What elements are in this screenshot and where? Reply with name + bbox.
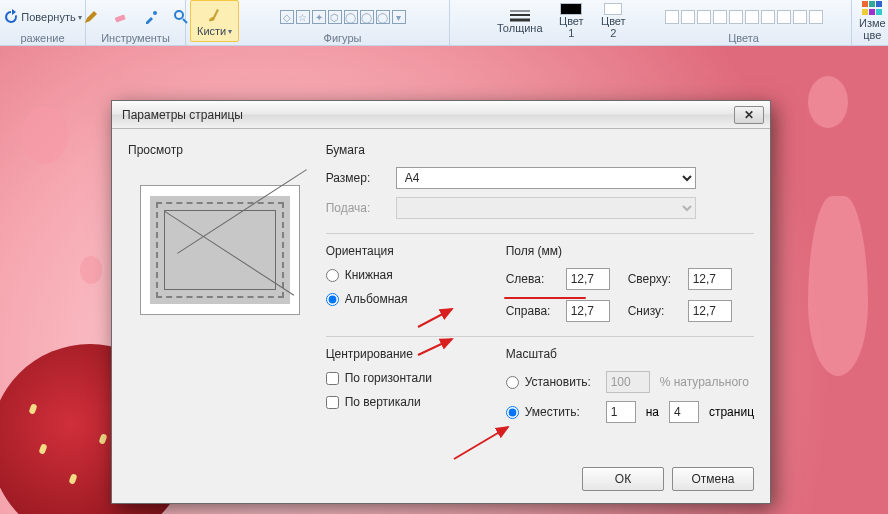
color-swatch[interactable]: [777, 10, 791, 24]
svg-point-2: [175, 11, 183, 19]
ok-button[interactable]: ОК: [582, 467, 664, 491]
orientation-title: Ориентация: [326, 244, 476, 258]
brushes-button[interactable]: Кисти ▾: [190, 0, 239, 42]
shape-thought-icon: ◯: [376, 10, 390, 24]
size-label: Размер:: [326, 171, 386, 185]
rotate-label: Повернуть: [21, 11, 75, 23]
scale-fit-h-input[interactable]: [669, 401, 699, 423]
dialog-title: Параметры страницы: [122, 108, 243, 122]
rotate-button[interactable]: Повернуть ▾: [0, 6, 87, 28]
feed-label: Подача:: [326, 201, 386, 215]
paper-feed-select: [396, 197, 696, 219]
thickness-button[interactable]: Толщина: [490, 0, 550, 42]
ribbon-group-image-label: ражение: [20, 32, 64, 44]
color2-button[interactable]: Цвет 2: [594, 0, 633, 42]
margin-top-label: Сверху:: [628, 272, 678, 286]
page-setup-dialog: Параметры страницы ✕ Просмотр Бумага Раз…: [111, 100, 771, 504]
palette-icon: [862, 1, 882, 17]
ribbon-group-tools-label: Инструменты: [101, 32, 170, 44]
eraser-icon: [113, 9, 129, 25]
color1-swatch: [560, 3, 582, 15]
shapes-gallery[interactable]: ◇ ☆ ✦ ⬡ ◯ ◯ ◯ ▾: [280, 10, 406, 24]
color-swatch[interactable]: [713, 10, 727, 24]
scale-title: Масштаб: [506, 347, 754, 361]
scale-fit-w-input[interactable]: [606, 401, 636, 423]
pencil-tool[interactable]: [78, 6, 104, 28]
scale-fit-sep: на: [646, 405, 659, 419]
color-swatch[interactable]: [697, 10, 711, 24]
orientation-portrait[interactable]: Книжная: [326, 268, 476, 282]
rotate-icon: [3, 9, 19, 25]
margin-bottom-label: Снизу:: [628, 304, 678, 318]
color-swatch[interactable]: [745, 10, 759, 24]
margin-right-input[interactable]: [566, 300, 610, 322]
svg-point-1: [153, 11, 157, 15]
center-horizontal[interactable]: По горизонтали: [326, 371, 476, 385]
svg-rect-0: [114, 14, 125, 22]
cancel-button[interactable]: Отмена: [672, 467, 754, 491]
color-swatch[interactable]: [665, 10, 679, 24]
svg-rect-9: [876, 1, 882, 7]
svg-rect-11: [869, 9, 875, 15]
margins-grid: Слева: Сверху: Справа: Снизу:: [506, 268, 740, 322]
margin-top-input[interactable]: [688, 268, 732, 290]
color-swatch[interactable]: [681, 10, 695, 24]
svg-rect-10: [862, 9, 868, 15]
scale-set-radio[interactable]: Установить:: [506, 375, 596, 389]
color-palette[interactable]: [665, 10, 823, 24]
paper-size-select[interactable]: A4: [396, 167, 696, 189]
brushes-label: Кисти: [197, 25, 226, 37]
margin-left-input[interactable]: [566, 268, 610, 290]
shape-star6-icon: ✦: [312, 10, 326, 24]
preview-title: Просмотр: [128, 143, 310, 157]
edit-colors-label: Изме цве: [859, 17, 886, 41]
eraser-tool[interactable]: [108, 6, 134, 28]
thickness-icon: [509, 8, 531, 22]
margin-bottom-input[interactable]: [688, 300, 732, 322]
svg-rect-7: [862, 1, 868, 7]
margins-title: Поля (мм): [506, 244, 740, 258]
brush-icon: [205, 5, 225, 25]
ribbon-group-image: Повернуть ▾ ражение: [0, 0, 86, 46]
color-swatch[interactable]: [793, 10, 807, 24]
ribbon: Повернуть ▾ ражение Инструменты Кисти ▾ …: [0, 0, 888, 46]
page-preview: [140, 185, 300, 315]
scale-set-suffix: % натурального: [660, 375, 749, 389]
chevron-down-icon: ▾: [228, 27, 232, 36]
edit-colors-button[interactable]: Изме цве: [852, 0, 888, 42]
dialog-titlebar[interactable]: Параметры страницы ✕: [112, 101, 770, 129]
svg-rect-12: [876, 9, 882, 15]
paper-title: Бумага: [326, 143, 754, 157]
scale-fit-radio[interactable]: Уместить:: [506, 405, 596, 419]
close-icon: ✕: [744, 108, 754, 122]
color1-label: Цвет 1: [559, 15, 584, 39]
pencil-icon: [83, 9, 99, 25]
eyedrop-icon: [143, 9, 159, 25]
color-swatch[interactable]: [809, 10, 823, 24]
annotation-underline: [504, 297, 586, 299]
picker-tool[interactable]: [138, 6, 164, 28]
svg-rect-8: [869, 1, 875, 7]
color2-swatch: [604, 3, 622, 15]
center-vertical[interactable]: По вертикали: [326, 395, 476, 409]
zoom-icon: [173, 9, 189, 25]
margin-left-label: Слева:: [506, 272, 556, 286]
ribbon-group-tools: Инструменты: [86, 0, 186, 46]
color-swatch[interactable]: [729, 10, 743, 24]
close-button[interactable]: ✕: [734, 106, 764, 124]
margin-right-label: Справа:: [506, 304, 556, 318]
shape-speech-icon: ◯: [344, 10, 358, 24]
color-swatch[interactable]: [761, 10, 775, 24]
orientation-landscape[interactable]: Альбомная: [326, 292, 476, 306]
ribbon-group-shapes: ◇ ☆ ✦ ⬡ ◯ ◯ ◯ ▾ Фигуры: [236, 0, 450, 46]
ribbon-group-colors-label: Цвета: [728, 32, 759, 44]
canvas-workspace: Параметры страницы ✕ Просмотр Бумага Раз…: [0, 46, 888, 514]
chevron-down-icon: ▾: [392, 10, 406, 24]
thickness-label: Толщина: [497, 22, 543, 34]
scale-set-input: [606, 371, 650, 393]
color1-button[interactable]: Цвет 1: [552, 0, 591, 42]
shape-hex-icon: ⬡: [328, 10, 342, 24]
ribbon-group-colors: Цвета: [636, 0, 852, 46]
shape-speech2-icon: ◯: [360, 10, 374, 24]
scale-fit-suffix: страниц: [709, 405, 754, 419]
